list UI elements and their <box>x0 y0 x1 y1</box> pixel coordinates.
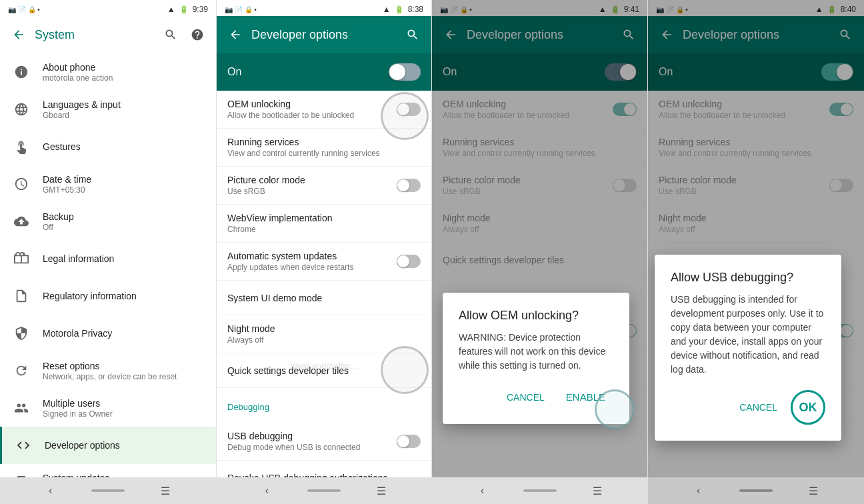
running-title: Running services <box>227 137 421 147</box>
night-mode-title: Night mode <box>227 323 421 334</box>
back-button-dev[interactable] <box>225 24 246 45</box>
picture-toggle[interactable] <box>397 179 421 192</box>
auto-updates-toggle[interactable] <box>397 255 421 268</box>
backup-icon <box>11 211 32 232</box>
sidebar-item-legal[interactable]: Legal information <box>0 240 216 277</box>
languages-title: Languages & input <box>43 99 205 110</box>
app-bar-dev: Developer options <box>217 16 431 53</box>
gestures-text: Gestures <box>43 141 205 152</box>
usb-cancel-button[interactable]: Cancel <box>731 390 785 425</box>
dev-picture-color[interactable]: Picture color mode Use sRGB <box>217 167 431 205</box>
panel-system-settings: 📷 📄 🔒 • ▲ 🔋 9:39 System About phone moto… <box>0 0 217 504</box>
usb-dialog-title: Allow USB debugging? <box>671 271 825 285</box>
on-row[interactable]: On <box>217 53 431 91</box>
dev-auto-updates[interactable]: Automatic system updates Apply updates w… <box>217 243 431 281</box>
dev-running-services[interactable]: Running services View and control curren… <box>217 129 431 167</box>
back-button[interactable] <box>8 24 29 45</box>
legal-text: Legal information <box>43 253 205 264</box>
updates-text: System updates Updated to Android 9 <box>43 473 205 478</box>
dev-settings-list: OEM unlocking Allow the bootloader to be… <box>217 91 431 477</box>
dev-quick-tiles[interactable]: Quick settings developer tiles <box>217 353 431 388</box>
main-toggle[interactable] <box>389 63 421 81</box>
sidebar-item-updates[interactable]: System updates Updated to Android 9 <box>0 464 216 477</box>
clock-icon <box>11 173 32 195</box>
sidebar-item-privacy[interactable]: Motorola Privacy <box>0 315 216 352</box>
sidebar-item-backup[interactable]: Backup Off <box>0 203 216 240</box>
sidebar-item-regulatory[interactable]: Regulatory information <box>0 277 216 315</box>
info-icon <box>11 61 32 83</box>
regulatory-text: Regulatory information <box>43 291 205 301</box>
clock: 9:39 <box>193 5 208 14</box>
bottom-nav-1: ‹ ☰ <box>0 477 216 504</box>
back-nav-3[interactable]: ‹ <box>476 484 489 497</box>
dev-oem-unlocking[interactable]: OEM unlocking Allow the bootloader to be… <box>217 91 431 129</box>
back-nav[interactable]: ‹ <box>44 484 57 497</box>
battery-icon: 🔋 <box>179 5 189 14</box>
bottom-nav-4: ‹ ☰ <box>648 477 864 504</box>
status-bar-2: 📷 📄 🔒 • ▲ 🔋 8:38 <box>217 0 431 16</box>
usb-debug-toggle[interactable] <box>397 435 421 448</box>
oem-enable-button[interactable]: Enable <box>558 386 613 408</box>
users-icon <box>11 397 32 419</box>
developer-title: Developer options <box>45 440 205 451</box>
panel-usb-dialog: 📷 📄 🔒 • ▲ 🔋 8:40 Developer options On OE… <box>648 0 864 504</box>
developer-text: Developer options <box>45 440 205 451</box>
about-subtitle: motorola one action <box>43 73 205 83</box>
sidebar-item-about[interactable]: About phone motorola one action <box>0 53 216 91</box>
sidebar-item-datetime[interactable]: Date & time GMT+05:30 <box>0 165 216 203</box>
panel-oem-dialog: 📷 📄 🔒 • ▲ 🔋 9:41 Developer options On OE… <box>432 0 648 504</box>
status-icons-left: 📷 📄 🔒 • <box>8 6 40 13</box>
sidebar-item-gestures[interactable]: Gestures <box>0 128 216 165</box>
home-pill-4[interactable] <box>739 489 773 492</box>
sidebar-item-users[interactable]: Multiple users Signed in as Owner <box>0 389 216 427</box>
help-button[interactable] <box>187 24 208 45</box>
usb-dialog-overlay: Allow USB debugging? USB debugging is in… <box>648 0 864 477</box>
webview-title: WebView implementation <box>227 213 421 223</box>
oem-toggle[interactable] <box>397 103 421 116</box>
dev-title: Developer options <box>251 28 397 42</box>
oem-dialog-actions: Cancel Enable <box>459 386 613 408</box>
recents-nav-3[interactable]: ☰ <box>591 484 604 497</box>
dev-revoke-usb[interactable]: Revoke USB debugging authorizations <box>217 461 431 477</box>
about-title: About phone <box>43 62 205 73</box>
reset-subtitle: Network, apps, or device can be reset <box>43 372 205 381</box>
home-pill-3[interactable] <box>523 489 557 492</box>
sidebar-item-developer[interactable]: Developer options <box>0 427 216 464</box>
datetime-subtitle: GMT+05:30 <box>43 185 205 195</box>
bottom-nav-3: ‹ ☰ <box>432 477 647 504</box>
dev-usb-debugging[interactable]: USB debugging Debug mode when USB is con… <box>217 423 431 461</box>
search-button-dev[interactable] <box>402 24 423 45</box>
sidebar-item-languages[interactable]: Languages & input Gboard <box>0 91 216 128</box>
back-nav-4[interactable]: ‹ <box>692 484 705 497</box>
settings-list: About phone motorola one action Language… <box>0 53 216 477</box>
quick-tiles-title: Quick settings developer tiles <box>227 365 421 376</box>
home-pill-2[interactable] <box>307 489 341 492</box>
updates-title: System updates <box>43 473 205 478</box>
users-subtitle: Signed in as Owner <box>43 409 205 419</box>
oem-cancel-button[interactable]: Cancel <box>499 386 553 408</box>
back-nav-2[interactable]: ‹ <box>260 484 273 497</box>
usb-dialog-body: USB debugging is intended for developmen… <box>671 293 825 377</box>
home-pill[interactable] <box>91 489 125 492</box>
battery-icon-2: 🔋 <box>395 5 404 14</box>
dev-night-mode[interactable]: Night mode Always off <box>217 315 431 353</box>
regulatory-icon <box>11 285 32 307</box>
recents-nav-4[interactable]: ☰ <box>807 484 820 497</box>
recents-nav[interactable]: ☰ <box>159 484 172 497</box>
sidebar-item-reset[interactable]: Reset options Network, apps, or device c… <box>0 352 216 389</box>
search-button[interactable] <box>160 24 181 45</box>
oem-title: OEM unlocking <box>227 99 397 109</box>
dev-webview[interactable]: WebView implementation Chrome <box>217 205 431 243</box>
panel-developer-options: 📷 📄 🔒 • ▲ 🔋 8:38 Developer options On OE… <box>217 0 432 504</box>
dev-ui-demo[interactable]: System UI demo mode <box>217 281 431 315</box>
oem-subtitle: Allow the bootloader to be unlocked <box>227 111 397 120</box>
legal-icon <box>11 248 32 269</box>
datetime-title: Date & time <box>43 174 205 185</box>
usb-ok-button[interactable]: OK <box>791 390 825 425</box>
ui-demo-title: System UI demo mode <box>227 293 421 303</box>
reset-icon <box>11 360 32 381</box>
page-title: System <box>35 28 155 42</box>
debugging-header: Debugging <box>227 402 269 412</box>
recents-nav-2[interactable]: ☰ <box>375 484 388 497</box>
users-title: Multiple users <box>43 398 205 409</box>
